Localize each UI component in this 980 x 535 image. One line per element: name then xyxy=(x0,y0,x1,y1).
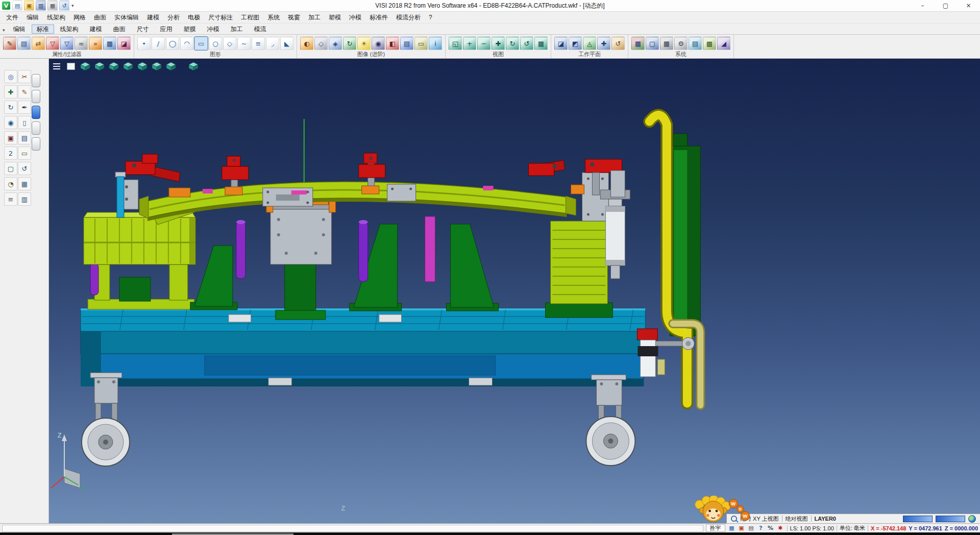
maximize-button[interactable]: ▢ xyxy=(934,0,957,11)
snap-toggle[interactable]: 拴宇 xyxy=(706,524,725,532)
hidden-line-icon[interactable]: ◈ xyxy=(329,37,342,50)
camera-view-icon[interactable]: ◉ xyxy=(372,37,385,50)
snap-status-icon[interactable]: ✱ xyxy=(776,525,785,531)
save-icon[interactable]: ▥ xyxy=(36,1,46,11)
filter-slot-1[interactable] xyxy=(32,74,40,87)
right-caster[interactable] xyxy=(586,375,635,466)
menu-item-1[interactable]: 文件 xyxy=(2,12,22,22)
tab-1[interactable]: 编辑 xyxy=(8,25,31,34)
quick-access-caret-icon[interactable]: ▾ xyxy=(71,3,74,8)
slope-analysis-icon[interactable]: ◢ xyxy=(717,37,730,50)
zoom-in-icon[interactable]: + xyxy=(463,37,476,50)
tab-6[interactable]: 尺寸 xyxy=(132,25,154,34)
draw-rect-icon[interactable]: ▭ xyxy=(194,37,208,50)
cyan-cylinder[interactable] xyxy=(115,172,126,217)
print-icon[interactable]: ▦ xyxy=(47,1,58,11)
section-view-icon[interactable]: ◧ xyxy=(386,37,399,50)
menu-item-12[interactable]: 系统 xyxy=(263,12,284,22)
left-caster[interactable] xyxy=(82,373,130,466)
mark-icon[interactable]: ✒ xyxy=(18,101,31,114)
tab-10[interactable]: 加工 xyxy=(226,25,248,34)
model-green-panel[interactable] xyxy=(670,134,700,336)
menu-item-10[interactable]: 尺寸标注 xyxy=(204,12,237,22)
color-palette-icon[interactable]: ▦ xyxy=(631,37,645,50)
zoom-out-icon[interactable]: − xyxy=(477,37,491,50)
menu-item-18[interactable]: 模流分析 xyxy=(392,12,425,22)
view-bottom-icon[interactable] xyxy=(164,61,177,72)
undo-icon[interactable]: ↺ xyxy=(59,1,69,11)
minimize-button[interactable]: – xyxy=(911,0,934,11)
calculator-icon[interactable]: ▦ xyxy=(660,37,673,50)
view-top-icon[interactable] xyxy=(79,61,91,72)
ruler-icon[interactable]: ▭ xyxy=(18,147,31,160)
active-layer-label[interactable]: LAYER0 xyxy=(815,516,836,522)
workplane-normal-icon[interactable]: ✚ xyxy=(597,37,610,50)
close-button[interactable]: × xyxy=(957,0,980,11)
menu-item-4[interactable]: 网格 xyxy=(69,12,90,22)
image-status-icon[interactable]: ▣ xyxy=(738,525,746,531)
workplane-xy-icon[interactable]: ◪ xyxy=(554,37,568,50)
workplane-xz-icon[interactable]: ◩ xyxy=(569,37,582,50)
draw-arc-icon[interactable]: ◠ xyxy=(180,37,193,50)
views-list-icon[interactable]: ▦ xyxy=(534,37,548,50)
draw-polygon-icon[interactable]: ◇ xyxy=(223,37,236,50)
new-document-icon[interactable]: ▤ xyxy=(12,1,22,11)
layer-filter-icon[interactable]: ▦ xyxy=(103,37,116,50)
stamp-icon[interactable]: ▣ xyxy=(4,131,17,144)
tab-3[interactable]: 线架构 xyxy=(55,25,84,34)
tabbar-caret-icon[interactable]: ▾ xyxy=(1,28,8,34)
menu-item-17[interactable]: 标准件 xyxy=(365,12,392,22)
rotate-icon[interactable]: ↻ xyxy=(4,101,17,114)
previous-view-icon[interactable]: ↺ xyxy=(520,37,533,50)
layer-manager-icon[interactable]: ▤ xyxy=(400,37,413,50)
globe-icon[interactable] xyxy=(968,515,976,523)
sheet-icon[interactable]: ▯ xyxy=(18,116,31,129)
info-icon[interactable]: i xyxy=(429,37,442,50)
open-folder-icon[interactable]: ▣ xyxy=(24,1,34,11)
viewport-menu-icon[interactable] xyxy=(50,61,63,72)
menu-item-19[interactable]: ? xyxy=(425,12,436,22)
menu-item-5[interactable]: 曲面 xyxy=(90,12,110,22)
menu-item-9[interactable]: 电极 xyxy=(184,12,204,22)
filter-remove-icon[interactable]: ▽ xyxy=(60,37,74,50)
table-icon[interactable]: ▤ xyxy=(689,37,702,50)
draw-point-icon[interactable]: • xyxy=(137,37,151,50)
doc-icon[interactable]: ▤ xyxy=(18,131,31,144)
draw-line-icon[interactable]: / xyxy=(152,37,165,50)
pan-icon[interactable]: ✚ xyxy=(492,37,505,50)
menu-item-15[interactable]: 塑模 xyxy=(325,12,345,22)
percent-status-icon[interactable]: % xyxy=(767,525,775,531)
layers-icon[interactable]: ≡ xyxy=(4,192,17,206)
select-arrows-icon[interactable]: » xyxy=(89,37,102,50)
dynamic-rotate-icon[interactable]: ↻ xyxy=(343,37,356,50)
tab-2[interactable]: 标准 xyxy=(32,25,54,34)
grid-icon[interactable]: ▦ xyxy=(18,177,31,190)
attr-copy-icon[interactable]: ▤ xyxy=(17,37,31,50)
filter-slot-2[interactable] xyxy=(32,90,40,103)
zoom-fit-icon[interactable]: ◱ xyxy=(449,37,462,50)
menu-item-13[interactable]: 视窗 xyxy=(284,12,304,22)
absolute-view-label[interactable]: 绝对视图 xyxy=(786,515,808,523)
tab-9[interactable]: 冲模 xyxy=(202,25,225,34)
menu-item-16[interactable]: 冲模 xyxy=(345,12,365,22)
rotate-view-icon[interactable]: ↻ xyxy=(506,37,519,50)
grid-settings-icon[interactable]: ▩ xyxy=(703,37,716,50)
menu-item-11[interactable]: 工程图 xyxy=(237,12,263,22)
tab-7[interactable]: 应用 xyxy=(155,25,178,34)
viewport-canvas[interactable]: Z X Y Z xyxy=(49,59,980,523)
workplane-3pt-icon[interactable]: ◬ xyxy=(583,37,596,50)
workplane-status-icon[interactable]: ▦ xyxy=(728,525,736,531)
view-left-icon[interactable] xyxy=(121,61,134,72)
move-icon[interactable]: ✚ xyxy=(4,85,17,99)
tab-11[interactable]: 模流 xyxy=(249,25,272,34)
menu-item-6[interactable]: 实体编辑 xyxy=(110,12,143,22)
attr-swap-icon[interactable]: ⇄ xyxy=(32,37,45,50)
light-icon[interactable]: ☀ xyxy=(357,37,371,50)
draw-circle-icon[interactable]: ◯ xyxy=(166,37,179,50)
filter-slot-4[interactable] xyxy=(32,121,40,135)
solid-box-icon[interactable]: ▢ xyxy=(4,162,17,175)
attr-edit-icon[interactable]: ✎ xyxy=(3,37,16,50)
menu-item-2[interactable]: 编辑 xyxy=(22,12,43,22)
workplane-reset-icon[interactable]: ↺ xyxy=(611,37,625,50)
sketch-icon[interactable]: ✎ xyxy=(18,85,31,99)
